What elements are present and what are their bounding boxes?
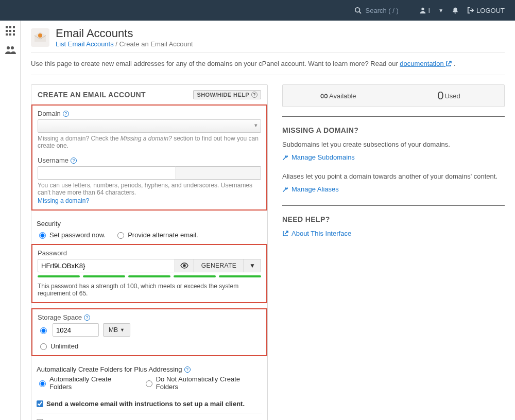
aside: ∞Available 0Used MISSING A DOMAIN? Subdo… <box>282 84 505 420</box>
page-title: Email Accounts <box>56 27 193 40</box>
svg-point-13 <box>11 46 14 49</box>
security-heading: Security <box>37 220 262 227</box>
password-group: Password GENERATE ▼ This password has a … <box>31 244 267 303</box>
radio-set-password[interactable]: Set password now. <box>37 231 106 239</box>
help-icon: ? <box>251 92 258 98</box>
infinity-icon: ∞ <box>320 89 328 102</box>
reveal-password-button[interactable] <box>175 259 194 272</box>
panel-heading: CREATE AN EMAIL ACCOUNT <box>38 91 146 99</box>
about-interface-link[interactable]: About This Interface <box>282 230 505 237</box>
svg-rect-3 <box>6 26 8 28</box>
manage-subdomains-link[interactable]: Manage Subdomains <box>282 153 505 161</box>
storage-input[interactable] <box>53 323 99 337</box>
domain-username-group: Domain? Missing a domain? Check the Miss… <box>31 104 267 211</box>
user-icon <box>419 7 426 14</box>
generate-password-button[interactable]: GENERATE <box>194 259 244 272</box>
need-help-heading: NEED HELP? <box>282 215 505 223</box>
wrench-icon <box>282 186 288 192</box>
plus-addressing-section: Automatically Create Folders for Plus Ad… <box>31 361 267 420</box>
password-strength-meter <box>38 275 261 277</box>
breadcrumb: List Email Accounts / Create an Email Ac… <box>56 40 193 48</box>
bell-icon[interactable] <box>452 7 459 14</box>
search-icon <box>354 7 362 14</box>
username-domain-suffix <box>176 166 261 180</box>
page-head: Email Accounts List Email Accounts / Cre… <box>31 27 505 48</box>
svg-point-14 <box>38 33 42 38</box>
storage-group: Storage Space? MB▼ Unlimited <box>31 308 267 356</box>
external-link-icon <box>282 231 288 237</box>
breadcrumb-current: Create an Email Account <box>119 40 193 48</box>
svg-rect-10 <box>9 33 11 36</box>
svg-rect-4 <box>9 26 11 28</box>
password-label: Password <box>38 249 261 257</box>
help-icon[interactable]: ? <box>184 366 191 373</box>
documentation-link[interactable]: documentation <box>400 60 452 67</box>
svg-rect-7 <box>9 30 11 32</box>
manage-aliases-link[interactable]: Manage Aliases <box>282 185 505 193</box>
need-help-block: NEED HELP? About This Interface <box>282 215 505 237</box>
wrench-icon <box>282 154 288 161</box>
create-email-panel: CREATE AN EMAIL ACCOUNT SHOW/HIDE HELP ?… <box>31 84 268 420</box>
svg-rect-5 <box>13 26 15 28</box>
svg-rect-8 <box>13 30 15 32</box>
domain-label: Domain <box>38 110 61 117</box>
svg-rect-11 <box>13 33 15 36</box>
radio-auto-folders[interactable]: Automatically Create Folders <box>37 375 134 391</box>
missing-domain-link[interactable]: Missing a domain? <box>38 197 89 204</box>
logout-label: LOGOUT <box>476 7 505 14</box>
page-content: Email Accounts List Email Accounts / Cre… <box>21 21 515 420</box>
user-caret-icon[interactable]: ▼ <box>438 8 443 13</box>
password-input[interactable] <box>38 259 175 272</box>
radio-no-auto-folders[interactable]: Do Not Automatically Create Folders <box>143 375 262 391</box>
apps-grid-icon[interactable] <box>5 26 15 36</box>
breadcrumb-link[interactable]: List Email Accounts <box>56 40 114 48</box>
radio-alt-email[interactable]: Provide alternate email. <box>115 231 198 239</box>
radio-unlimited[interactable]: Unlimited <box>38 342 78 350</box>
aliases-block: Aliases let you point a domain towards a… <box>282 172 505 193</box>
storage-label: Storage Space <box>38 313 82 321</box>
help-icon[interactable]: ? <box>84 314 90 321</box>
subdomains-text: Subdomains let you create subsections of… <box>282 141 505 148</box>
user-label: I <box>428 7 431 14</box>
svg-point-2 <box>421 8 424 10</box>
username-input[interactable] <box>38 166 176 180</box>
svg-rect-9 <box>6 33 8 36</box>
eye-icon <box>180 262 188 269</box>
svg-point-15 <box>183 265 185 267</box>
svg-rect-6 <box>6 30 8 32</box>
logout-icon <box>467 7 474 14</box>
domain-hint: Missing a domain? Check the Missing a do… <box>38 135 261 149</box>
storage-unit-button[interactable]: MB▼ <box>103 323 130 337</box>
logout-button[interactable]: LOGOUT <box>467 7 505 14</box>
generate-options-button[interactable]: ▼ <box>244 259 261 272</box>
used-stat: 0Used <box>393 89 504 102</box>
show-hide-help-button[interactable]: SHOW/HIDE HELP ? <box>193 90 261 99</box>
password-strength-msg: This password has a strength of 100, whi… <box>38 283 261 297</box>
email-icon <box>31 28 49 47</box>
page-description: Use this page to create new email addres… <box>31 52 505 75</box>
help-icon[interactable]: ? <box>71 157 77 164</box>
svg-line-1 <box>359 12 361 14</box>
top-bar: I ▼ LOGOUT <box>0 0 515 21</box>
left-rail <box>0 21 21 420</box>
missing-domain-block: MISSING A DOMAIN? Subdomains let you cre… <box>282 126 505 161</box>
user-menu[interactable]: I <box>419 7 431 14</box>
help-icon[interactable]: ? <box>63 111 69 117</box>
stats-box: ∞Available 0Used <box>282 84 505 107</box>
external-link-icon <box>445 61 452 67</box>
svg-point-12 <box>7 46 10 49</box>
missing-domain-heading: MISSING A DOMAIN? <box>282 126 505 134</box>
svg-point-0 <box>355 8 359 12</box>
aliases-text: Aliases let you point a domain towards a… <box>282 172 505 180</box>
welcome-email-label: Send a welcome email with instructions t… <box>46 400 245 408</box>
users-icon[interactable] <box>5 45 16 55</box>
available-stat: ∞Available <box>283 89 393 102</box>
radio-storage-limited[interactable]: MB▼ <box>38 323 130 337</box>
security-section: Security Set password now. Provide alter… <box>31 216 267 244</box>
domain-select[interactable] <box>38 119 261 133</box>
welcome-email-checkbox[interactable] <box>37 400 43 407</box>
search-input[interactable] <box>365 6 411 15</box>
username-hint: You can use letters, numbers, periods, h… <box>38 182 261 196</box>
plus-addr-heading: Automatically Create Folders for Plus Ad… <box>37 365 182 373</box>
username-label: Username <box>38 156 68 164</box>
